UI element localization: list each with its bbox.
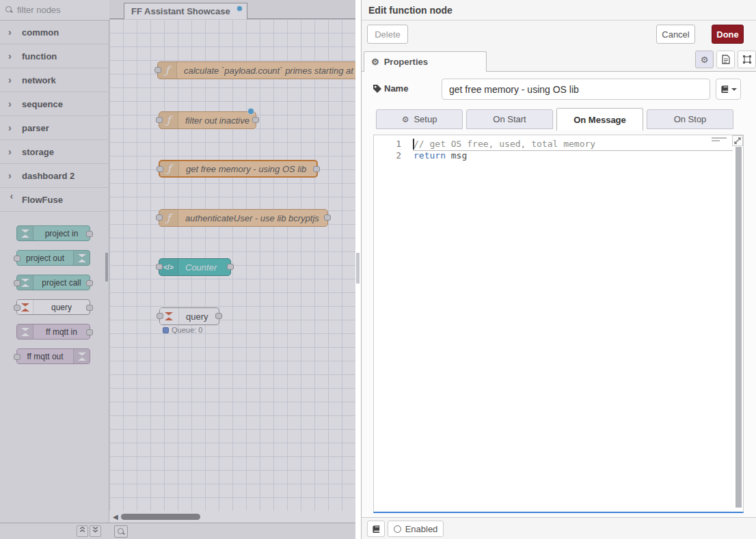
input-port[interactable] bbox=[156, 264, 163, 270]
input-port[interactable] bbox=[14, 280, 21, 286]
input-port[interactable] bbox=[154, 67, 161, 73]
category-label: parser bbox=[22, 123, 49, 133]
edit-properties-button[interactable] bbox=[695, 51, 714, 68]
output-port[interactable] bbox=[86, 280, 93, 286]
palette-node-project-in[interactable]: project in bbox=[16, 225, 90, 241]
node-red-editor: filter nodes common function network seq… bbox=[0, 0, 756, 539]
output-port[interactable] bbox=[227, 264, 234, 270]
edit-description-button[interactable] bbox=[716, 51, 735, 68]
output-port[interactable] bbox=[215, 313, 222, 319]
palette-category-parser[interactable]: parser bbox=[0, 116, 109, 140]
editor-scrollbar[interactable] bbox=[735, 147, 742, 508]
horizontal-scrollbar[interactable] bbox=[121, 514, 200, 520]
chevron-right-icon bbox=[8, 170, 15, 181]
palette-footer bbox=[0, 523, 109, 539]
code-editor[interactable]: 1 2 // get OS free, used, total memory r… bbox=[373, 135, 744, 513]
node-filter-out-inactive[interactable]: filter out inactive bbox=[159, 111, 256, 129]
expand-all-button[interactable] bbox=[90, 525, 101, 537]
tab-setup[interactable]: Setup bbox=[376, 109, 463, 129]
tab-on-message[interactable]: On Message bbox=[556, 108, 643, 130]
status-dot-icon bbox=[163, 327, 169, 333]
tab-properties[interactable]: Properties bbox=[364, 51, 487, 72]
line-number: 2 bbox=[374, 150, 401, 161]
delete-button[interactable]: Delete bbox=[367, 25, 408, 44]
palette-category-storage[interactable]: storage bbox=[0, 140, 109, 164]
output-port[interactable] bbox=[86, 231, 93, 237]
tray-tab-row: Properties bbox=[362, 48, 756, 72]
palette-scrollbar[interactable] bbox=[105, 253, 108, 281]
canvas-vertical-scrollbar[interactable] bbox=[355, 0, 361, 539]
palette-node-ff-mqtt-out[interactable]: ff mqtt out bbox=[16, 348, 90, 364]
hscroll-left-arrow[interactable]: ◀ bbox=[113, 513, 118, 521]
input-port[interactable] bbox=[14, 354, 21, 360]
flow-tab-strip: FF Assistant Showcase bbox=[109, 0, 355, 19]
cancel-button[interactable]: Cancel bbox=[656, 25, 695, 44]
enabled-toggle-button[interactable]: Enabled bbox=[388, 521, 444, 537]
tab-label: Setup bbox=[414, 114, 437, 124]
palette-category-function[interactable]: function bbox=[0, 44, 109, 68]
output-port[interactable] bbox=[86, 305, 93, 311]
search-icon bbox=[118, 528, 125, 536]
node-status: Queue: 0 bbox=[163, 326, 202, 334]
category-label: common bbox=[22, 27, 59, 38]
tab-on-start[interactable]: On Start bbox=[466, 109, 553, 129]
input-port[interactable] bbox=[14, 305, 21, 311]
library-dropdown-button[interactable] bbox=[716, 79, 741, 100]
tray-header: Edit function node bbox=[362, 0, 756, 20]
canvas-search-button[interactable] bbox=[114, 525, 128, 538]
flow-tab-label: FF Assistant Showcase bbox=[131, 6, 230, 16]
category-label: network bbox=[22, 75, 56, 85]
tray-title: Edit function node bbox=[368, 5, 453, 16]
chevron-right-icon bbox=[8, 98, 15, 109]
chevron-down-icon bbox=[6, 196, 17, 203]
input-port[interactable] bbox=[157, 166, 163, 172]
output-port[interactable] bbox=[86, 329, 93, 335]
node-appearance-button[interactable] bbox=[738, 51, 756, 68]
line-number: 1 bbox=[374, 139, 401, 149]
library-button[interactable] bbox=[367, 521, 385, 537]
flow-tab[interactable]: FF Assistant Showcase bbox=[124, 3, 247, 19]
expand-editor-button[interactable] bbox=[732, 135, 743, 146]
done-button[interactable]: Done bbox=[712, 25, 744, 44]
palette-category-sequence[interactable]: sequence bbox=[0, 92, 109, 116]
output-port[interactable] bbox=[252, 117, 259, 123]
palette-category-dashboard2[interactable]: dashboard 2 bbox=[0, 164, 109, 188]
node-query[interactable]: query bbox=[159, 307, 219, 325]
palette-category-network[interactable]: network bbox=[0, 68, 109, 92]
node-label: filter out inactive bbox=[178, 115, 256, 126]
input-port[interactable] bbox=[156, 215, 163, 221]
book-icon bbox=[720, 84, 729, 94]
palette-node-project-out[interactable]: project out bbox=[16, 250, 90, 266]
code-line-2: return msg bbox=[414, 150, 467, 161]
node-counter[interactable]: Counter bbox=[159, 258, 231, 276]
plain-token: msg bbox=[446, 150, 467, 161]
palette-category-common[interactable]: common bbox=[0, 20, 109, 44]
name-input[interactable] bbox=[442, 79, 710, 100]
palette-node-ff-mqtt-in[interactable]: ff mqtt in bbox=[16, 324, 90, 340]
chevron-right-icon bbox=[8, 122, 15, 133]
input-port[interactable] bbox=[157, 313, 163, 319]
palette-node-label: query bbox=[33, 303, 90, 312]
palette-category-flowfuse[interactable]: FlowFuse bbox=[0, 188, 109, 212]
gear-icon bbox=[402, 115, 409, 124]
node-get-free-memory[interactable]: get free memory - using OS lib bbox=[159, 160, 318, 178]
palette-node-project-call[interactable]: project call bbox=[16, 275, 90, 290]
output-port[interactable] bbox=[313, 166, 320, 172]
collapse-all-button[interactable] bbox=[77, 525, 88, 537]
editor-minimap bbox=[712, 137, 729, 144]
flow-canvas[interactable]: FF Assistant Showcase calculate `payload… bbox=[109, 0, 355, 539]
palette-filter[interactable]: filter nodes bbox=[0, 0, 109, 20]
unsaved-changes-dot bbox=[237, 5, 243, 12]
tab-on-stop[interactable]: On Stop bbox=[647, 109, 733, 129]
palette-node-query[interactable]: query bbox=[16, 299, 90, 315]
input-port[interactable] bbox=[156, 117, 163, 123]
node-authenticate-user[interactable]: authenticateUser - use lib bcryptjs bbox=[159, 209, 328, 227]
node-calculate-primes[interactable]: calculate `payload.count` primes startin… bbox=[157, 61, 355, 79]
name-row: Name bbox=[362, 79, 756, 100]
output-port[interactable] bbox=[324, 215, 331, 221]
gear-icon bbox=[701, 55, 709, 65]
chevron-right-icon bbox=[8, 51, 15, 61]
input-port[interactable] bbox=[14, 255, 21, 262]
tab-label: On Stop bbox=[674, 114, 707, 124]
current-line-highlight bbox=[413, 150, 733, 151]
